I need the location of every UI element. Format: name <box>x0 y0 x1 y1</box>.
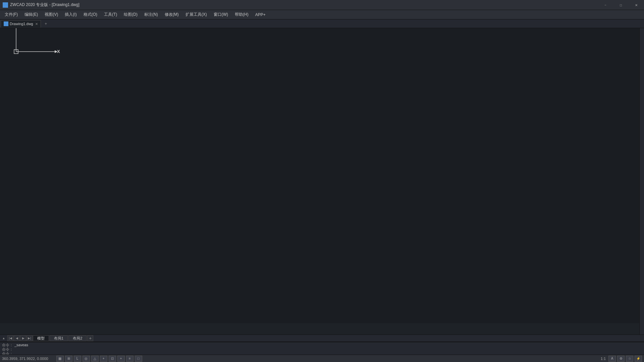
menu-window[interactable]: 窗口(W) <box>210 10 231 19</box>
new-tab-button[interactable]: + <box>42 20 50 27</box>
command-area: 命令： _saveas 命令： 命令： 命令： _CleanScreenON 命… <box>0 342 644 355</box>
right-status-icons: 1:1 A ⚙ ☆ ⚡ <box>601 356 642 362</box>
vertical-scrollbar[interactable] <box>639 28 644 342</box>
close-button[interactable]: ✕ <box>629 0 644 10</box>
tab-close-button[interactable]: ✕ <box>35 22 38 26</box>
menu-insert[interactable]: 插入(I) <box>61 10 80 19</box>
status-bar: 360.3959, 371.9922, 0.0000 ▦ ⊞ L ◎ △ + ⊡… <box>0 355 644 362</box>
annotation-scale-button[interactable]: A <box>608 356 616 362</box>
axes-svg <box>7 28 60 62</box>
layout-collapse-button[interactable]: ▲ <box>1 335 6 341</box>
layout-nav-last[interactable]: ▶| <box>26 335 33 341</box>
ducs-toggle[interactable]: ⊡ <box>109 356 116 362</box>
menu-help[interactable]: 帮助(H) <box>231 10 252 19</box>
scale-display: 1:1 <box>601 357 606 361</box>
menu-draw[interactable]: 绘图(D) <box>120 10 141 19</box>
isolate-button[interactable]: ☆ <box>626 356 633 362</box>
layout-tabs: ▲ |◀ ◀ ▶ ▶| 模型 布局1 布局2 + <box>0 335 644 342</box>
menu-tools[interactable]: 工具(T) <box>101 10 120 19</box>
menu-extend[interactable]: 扩展工具(X) <box>182 10 210 19</box>
coordinate-axes: Y X <box>7 28 60 62</box>
maximize-button[interactable]: □ <box>613 0 629 10</box>
document-tab-drawing1[interactable]: Drawing1.dwg ✕ <box>1 20 41 27</box>
command-line-1: 命令： _saveas <box>2 343 642 347</box>
cmd-text-1: _saveas <box>14 343 28 347</box>
snap-toggle[interactable]: ⊞ <box>65 356 72 362</box>
window-controls: － □ ✕ <box>598 0 644 10</box>
x-axis-label: X <box>57 49 66 65</box>
layout-nav-prev[interactable]: ◀ <box>14 335 20 341</box>
ortho-toggle[interactable]: L <box>74 356 81 362</box>
layout-add-tab-button[interactable]: + <box>87 335 93 341</box>
grid-toggle[interactable]: ▦ <box>56 356 64 362</box>
menu-file[interactable]: 文件(F) <box>1 10 21 19</box>
tab-bar: Drawing1.dwg ✕ + <box>0 19 644 28</box>
coordinates-display: 360.3959, 371.9922, 0.0000 <box>2 357 48 361</box>
tab-label: Drawing1.dwg <box>10 22 33 26</box>
title-bar: ZWCAD 2020 专业版 - [Drawing1.dwg] － □ ✕ <box>0 0 644 10</box>
menu-edit[interactable]: 编辑(E) <box>21 10 41 19</box>
layout-nav-first[interactable]: |◀ <box>7 335 13 341</box>
menu-app[interactable]: APP+ <box>252 11 269 18</box>
canvas-area[interactable]: Y X <box>0 28 644 323</box>
workspace-settings-button[interactable]: ⚙ <box>617 356 625 362</box>
polar-toggle[interactable]: ◎ <box>83 356 90 362</box>
command-line-3: 命令： <box>2 352 642 355</box>
minimize-button[interactable]: － <box>598 0 613 10</box>
status-icons: ▦ ⊞ L ◎ △ + ⊡ + ≡ □ <box>56 356 142 362</box>
menu-modify[interactable]: 修改(M) <box>161 10 182 19</box>
otrack-toggle[interactable]: + <box>100 356 107 362</box>
cmd-prefix-3: 命令： <box>2 351 13 355</box>
command-line-2: 命令： <box>2 347 642 351</box>
title-text: ZWCAD 2020 专业版 - [Drawing1.dwg] <box>10 2 79 8</box>
tab-icon <box>4 21 8 26</box>
osnap-toggle[interactable]: △ <box>91 356 99 362</box>
layout-tab-model[interactable]: 模型 <box>33 335 49 341</box>
menu-format[interactable]: 格式(O) <box>80 10 101 19</box>
layout-tab-layout1[interactable]: 布局1 <box>50 335 68 341</box>
lw-toggle[interactable]: ≡ <box>126 356 133 362</box>
menu-view[interactable]: 视图(V) <box>41 10 61 19</box>
layout-nav-next[interactable]: ▶ <box>20 335 26 341</box>
menu-annotate[interactable]: 标注(N) <box>141 10 161 19</box>
dyn-toggle[interactable]: + <box>117 356 125 362</box>
menu-bar: 文件(F) 编辑(E) 视图(V) 插入(I) 格式(O) 工具(T) 绘图(D… <box>0 10 644 19</box>
hardware-accel-button[interactable]: ⚡ <box>635 356 642 362</box>
layout-tab-layout2[interactable]: 布局2 <box>68 335 87 341</box>
app-icon <box>3 2 8 8</box>
model-toggle[interactable]: □ <box>135 356 142 362</box>
